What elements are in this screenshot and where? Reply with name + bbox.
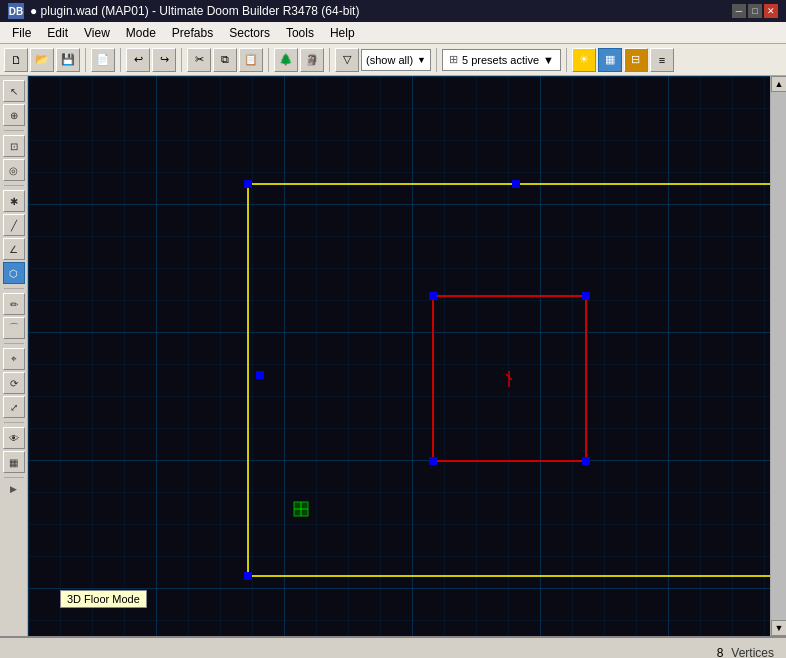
menu-sectors[interactable]: Sectors	[221, 24, 278, 42]
pointer-tool[interactable]: ↖	[3, 80, 25, 102]
undo-button[interactable]: ↩	[126, 48, 150, 72]
presets-label: 5 presets active	[462, 54, 539, 66]
ellipse-select-tool[interactable]: ◎	[3, 159, 25, 181]
scroll-track[interactable]	[771, 92, 786, 620]
presets-arrow: ▼	[543, 54, 554, 66]
ltb-sep1	[4, 130, 24, 131]
menubar: File Edit View Mode Prefabs Sectors Tool…	[0, 22, 786, 44]
vertex-tr-inner	[582, 292, 590, 300]
grid-view-button[interactable]: ▦	[598, 48, 622, 72]
sep6	[436, 48, 437, 72]
sep3	[181, 48, 182, 72]
menu-prefabs[interactable]: Prefabs	[164, 24, 221, 42]
copy-button[interactable]: ⧉	[213, 48, 237, 72]
vertex-tool[interactable]: ∠	[3, 238, 25, 260]
scroll-indicator[interactable]: ▶	[3, 482, 25, 496]
vertex-t-mid	[512, 180, 520, 188]
redo-button[interactable]: ↪	[152, 48, 176, 72]
rect-select-tool[interactable]: ⊡	[3, 135, 25, 157]
maximize-button[interactable]: □	[748, 4, 762, 18]
thing-button[interactable]: 🌲	[274, 48, 298, 72]
filter-label: (show all)	[366, 54, 413, 66]
rotate-tool[interactable]: ⟳	[3, 372, 25, 394]
paste-button[interactable]: 📋	[239, 48, 263, 72]
bottom-panel: Sectors Mode 8 Vertices 8 Linedefs 12 Si…	[0, 636, 786, 658]
draw-tool[interactable]: ✏	[3, 293, 25, 315]
sep5	[329, 48, 330, 72]
sun-button[interactable]: ☀	[572, 48, 596, 72]
save-button[interactable]: 💾	[56, 48, 80, 72]
window-title: ● plugin.wad (MAP01) - Ultimate Doom Bui…	[30, 4, 732, 18]
vertex-l-mid	[256, 371, 264, 379]
ltb-sep4	[4, 343, 24, 344]
view3-button[interactable]: ≡	[650, 48, 674, 72]
scroll-up-button[interactable]: ▲	[771, 76, 786, 92]
right-scrollbar[interactable]: ▲ ▼	[770, 76, 786, 636]
scroll-down-button[interactable]: ▼	[771, 620, 786, 636]
sep7	[566, 48, 567, 72]
curve-tool[interactable]: ⌒	[3, 317, 25, 339]
ltb-sep2	[4, 185, 24, 186]
filter-icon: ▽	[335, 48, 359, 72]
svg-rect-1	[28, 76, 770, 636]
stat-vertices-label: Vertices	[731, 646, 774, 658]
vertex-tl-inner	[429, 292, 437, 300]
sep2	[120, 48, 121, 72]
minimize-button[interactable]: ─	[732, 4, 746, 18]
cut-button[interactable]: ✂	[187, 48, 211, 72]
sep4	[268, 48, 269, 72]
presets-button[interactable]: ⊞ 5 presets active ▼	[442, 49, 561, 71]
vertex-tl-outer	[244, 180, 252, 188]
menu-edit[interactable]: Edit	[39, 24, 76, 42]
left-toolbar: ↖ ⊕ ⊡ ◎ ✱ ╱ ∠ ⬡ ✏ ⌒ ⌖ ⟳ ⤢ 👁 ▦ ▶	[0, 76, 28, 636]
zoom-tool[interactable]: ⊕	[3, 104, 25, 126]
filter-dropdown[interactable]: (show all) ▼	[361, 49, 431, 71]
main-area: ↖ ⊕ ⊡ ◎ ✱ ╱ ∠ ⬡ ✏ ⌒ ⌖ ⟳ ⤢ 👁 ▦ ▶	[0, 76, 786, 636]
snap-tool[interactable]: ⌖	[3, 348, 25, 370]
vertex-br-inner	[582, 457, 590, 465]
map-canvas	[28, 76, 770, 636]
line-tool[interactable]: ╱	[3, 214, 25, 236]
presets-icon: ⊞	[449, 53, 458, 66]
vertex-bl-outer	[244, 572, 252, 580]
thing2-button[interactable]: 🗿	[300, 48, 324, 72]
menu-file[interactable]: File	[4, 24, 39, 42]
new-button[interactable]: 🗋	[4, 48, 28, 72]
ltb-sep6	[4, 477, 24, 478]
filter-arrow: ▼	[417, 55, 426, 65]
stats-panel: 8 Vertices 8 Linedefs 12 Sidedefs 2 Sect…	[626, 638, 786, 658]
mode-tooltip-text: 3D Floor Mode	[67, 593, 140, 605]
menu-help[interactable]: Help	[322, 24, 363, 42]
sector-tool[interactable]: ⬡	[3, 262, 25, 284]
menu-tools[interactable]: Tools	[278, 24, 322, 42]
3d-mode-tool[interactable]: 👁	[3, 427, 25, 449]
stat-vertices: 8 Vertices	[638, 646, 774, 658]
floor-mode-tool[interactable]: ▦	[3, 451, 25, 473]
scale-tool[interactable]: ⤢	[3, 396, 25, 418]
menu-view[interactable]: View	[76, 24, 118, 42]
mode-tooltip: 3D Floor Mode	[60, 590, 147, 608]
menu-mode[interactable]: Mode	[118, 24, 164, 42]
app-icon: DB	[8, 3, 24, 19]
script-button[interactable]: 📄	[91, 48, 115, 72]
mode-label: Sectors Mode	[0, 638, 626, 658]
close-button[interactable]: ✕	[764, 4, 778, 18]
titlebar: DB ● plugin.wad (MAP01) - Ultimate Doom …	[0, 0, 786, 22]
toolbar: 🗋 📂 💾 📄 ↩ ↪ ✂ ⧉ 📋 🌲 🗿 ▽ (show all) ▼ ⊞ 5…	[0, 44, 786, 76]
sep1	[85, 48, 86, 72]
map-area[interactable]: 3D Floor Mode	[28, 76, 770, 636]
ltb-sep3	[4, 288, 24, 289]
ltb-sep5	[4, 422, 24, 423]
window-controls: ─ □ ✕	[732, 4, 778, 18]
thing-tool[interactable]: ✱	[3, 190, 25, 212]
stat-vertices-num: 8	[703, 646, 723, 658]
view2-button[interactable]: ⊟	[624, 48, 648, 72]
vertex-bl-inner	[429, 457, 437, 465]
open-button[interactable]: 📂	[30, 48, 54, 72]
